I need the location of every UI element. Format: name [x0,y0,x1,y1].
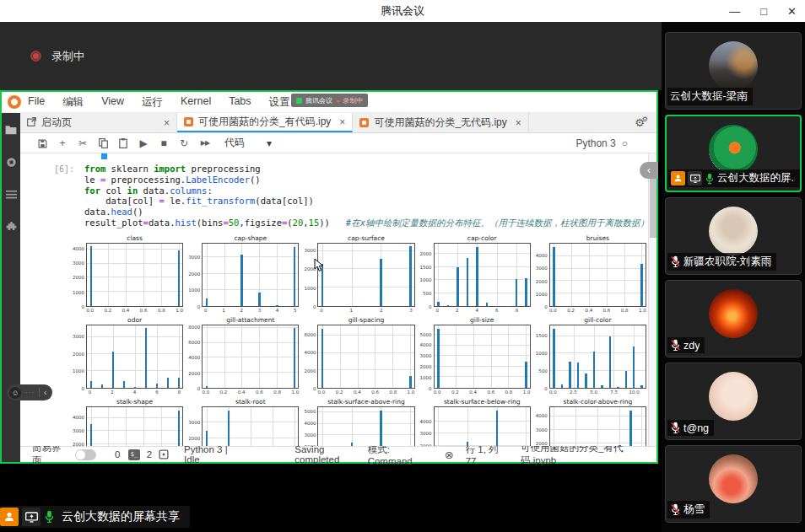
cell-type-dropdown[interactable]: 代码 ▾ [224,136,272,150]
member-badge-icon [0,508,19,526]
file-browser-icon[interactable] [5,125,17,135]
float-app-label: 腾讯会议 [305,96,332,105]
mic-on-icon [705,173,715,185]
participant-name-strip: 云创大数据的屏... [668,169,800,187]
tabbar-tabs: 启动页×可使用菌菇的分类_有代码.ipy×可使用菌菇的分类_无代码.ipy× [20,113,529,132]
mic-muted-icon [670,339,681,352]
histogram-grid-output: class010002000300040000.00.20.40.60.81.0… [73,234,651,446]
collapse-panel-button[interactable]: ‹ [640,162,658,179]
notebook-scrollbar[interactable] [648,153,656,446]
plot-area [549,243,646,307]
menu-item[interactable]: View [101,95,124,110]
chart-title: bruises [536,234,646,243]
participant-tile[interactable]: 云创大数据-梁南 [665,32,802,110]
histogram-odor: odor010002000300002468 [73,316,188,398]
cut-cells-button[interactable]: ✂ [73,137,93,149]
jupyter-logo-icon [8,95,21,109]
menu-item[interactable]: Tabs [229,95,251,110]
window-title: 腾讯会议 [381,3,424,19]
notebook-area[interactable]: [6]: from sklearn import preprocessingle… [20,153,656,446]
maximize-icon[interactable]: □ [760,5,767,18]
notifications-icon[interactable]: ⊗ [445,449,454,461]
saving-status: Saving completed [294,444,367,465]
plot-area [202,406,299,446]
simple-ui-toggle[interactable] [75,449,96,460]
cursor-position[interactable]: 行 1, 列 77 [466,443,509,466]
participant-tile[interactable]: t@ng [665,363,802,440]
tab-close-icon[interactable]: × [164,117,170,129]
hist-bar [294,247,296,306]
minimize-icon[interactable]: — [729,5,740,18]
x-axis-ticks: 012345 [202,307,299,314]
tab-notebook[interactable]: 可使用菌菇的分类_有代码.ipy× [177,113,353,132]
tab-close-icon[interactable]: × [516,117,521,129]
jupyter-menubar: File编辑View运行KernelTabs设置帮助 腾讯会议 ● 录制中 [2,92,656,113]
menu-item[interactable]: 设置 [269,95,290,110]
mic-muted-icon [670,255,681,268]
hist-bar [178,411,181,446]
histogram-class: class010002000300040000.00.20.40.60.81.0 [73,234,188,316]
tab-notebook[interactable]: 可使用菌菇的分类_无代码.ipy× [353,113,528,132]
hist-bar [178,250,181,306]
meeting-float-indicator[interactable]: 腾讯会议 ● 录制中 [291,94,368,107]
kernel-status-text[interactable]: Python 3 | Idle [184,444,242,465]
avatar [709,289,758,338]
share-banner-label: 云创大数据的屏幕共享 [62,509,180,524]
avatar [709,207,758,255]
participant-name: t@ng [683,422,709,434]
mode-indicator[interactable]: 模式: Command [368,443,433,466]
participant-name-strip: 云创大数据-梁南 [667,88,753,105]
hist-bar [437,302,440,306]
meeting-float-widget[interactable]: ☺ ··· ‹ [7,384,52,400]
code-cell[interactable]: from sklearn import preprocessingle = pr… [84,164,649,228]
running-kernels-icon[interactable] [6,157,17,168]
jupyter-tabbar: 启动页×可使用菌菇的分类_有代码.ipy×可使用菌菇的分类_无代码.ipy× ⚙… [20,113,656,133]
restart-run-all-button[interactable]: ▶▶ [194,139,216,147]
menu-item[interactable]: 编辑 [62,95,84,110]
avatar [709,125,758,174]
chart-title: class [73,234,183,243]
table-of-contents-icon[interactable] [6,190,17,199]
paste-cells-button[interactable] [113,137,133,149]
y-axis-ticks: 01000200030004000 [420,406,434,446]
participant-tile[interactable]: zdy [665,280,802,357]
extensions-icon[interactable] [6,221,17,232]
jupyter-activity-bar [2,113,20,462]
hist-bar [206,431,208,446]
hist-bar [467,442,469,446]
histogram-stalk-surface-above-ring: stalk-surface-above-ring0100020003000400… [304,398,419,446]
add-cell-button[interactable]: + [52,137,73,149]
close-icon[interactable]: ✕ [787,5,797,18]
tab-label: 可使用菌菇的分类_有代码.ipy [198,115,331,129]
hist-bar [476,247,478,306]
participant-name-strip: 新疆农职院-刘素雨 [667,253,776,271]
participant-tile[interactable]: 新疆农职院-刘素雨 [665,197,802,275]
save-button[interactable] [32,137,52,149]
plot-area [86,406,183,446]
interrupt-kernel-button[interactable]: ■ [154,137,174,149]
run-cell-button[interactable]: ▶ [133,137,154,149]
participant-tile[interactable]: 云创大数据的屏... [665,115,802,192]
participant-tile[interactable]: 杨雪 [665,445,802,523]
y-axis-ticks: 01000200030004000 [536,243,549,307]
hist-bar [577,363,580,388]
settings-gear-icon[interactable]: ⚙⚙ [626,113,656,132]
tab-close-icon[interactable]: × [339,116,345,128]
jupyter-statusbar: 简易界面 0 $_ 2 Python 3 | Idle Saving compl… [20,446,656,462]
participant-name-strip: 杨雪 [667,501,710,519]
histogram-stalk-surface-below-ring: stalk-surface-below-ring0100020003000400… [420,398,536,446]
signal-icon [296,98,302,104]
copy-cells-button[interactable] [93,137,113,149]
chart-title: cap-surface [304,234,414,243]
plot-area [434,406,531,446]
menu-item[interactable]: Kernel [181,95,211,110]
tab-launcher[interactable]: 启动页× [20,113,177,132]
kernel-switcher[interactable]: Python 3 ○ [575,137,628,149]
x-axis-ticks: 0.00.20.40.60.81.0 [434,389,531,396]
restart-kernel-button[interactable]: ↻ [174,137,194,149]
hist-bar [525,362,527,389]
menu-item[interactable]: 运行 [142,95,163,110]
menu-item[interactable]: File [28,95,45,110]
chevron-down-icon: ▾ [267,137,272,149]
widget-collapse-icon[interactable]: ‹ [44,388,46,397]
